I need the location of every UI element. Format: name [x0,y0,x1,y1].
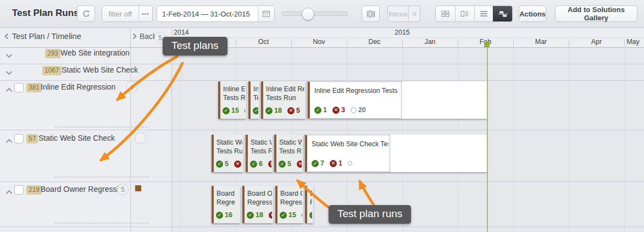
slider-track[interactable] [281,12,348,16]
month-label-nov: Nov [313,38,325,46]
run-card-name-line: Tests Rur [216,147,242,156]
timeline-zoom-slider[interactable] [281,9,348,18]
test-plan-id-badge: 381 [26,83,42,92]
card-type-stripe [246,135,248,172]
collapse-chevron-icon[interactable] [5,51,13,60]
run-card-name-line: Board O [280,189,302,198]
refresh-button[interactable] [77,5,95,22]
view-mode-group [435,5,513,22]
run-results: ✓15✕ [223,107,245,114]
month-grid-line [513,47,514,232]
run-results: ✓1✕320 [314,106,400,114]
run-results: ✓15✕ [280,211,302,219]
month-grid-line [624,47,625,232]
slider-handle[interactable] [302,8,314,20]
test-plan-run-card[interactable]: Static WeTests Rur✓5✕2 [212,135,243,172]
filter-toggle-button[interactable]: filter off [102,6,138,21]
result-fail: ✕2 [234,160,242,168]
row-resize-hint[interactable] [55,176,148,178]
test-plan-run-card[interactable]: Static WeTests Rur✓5✕1 [274,135,303,172]
test-plan-run-card[interactable]: BR✓ [305,186,313,223]
failed-icon: ✕ [268,161,271,168]
view-board-button[interactable] [436,6,455,21]
timeline-view-icon [498,10,508,18]
test-plan-checkbox[interactable] [14,185,24,195]
card-type-stripe [305,135,307,172]
test-plan-run-card[interactable]: Inline Edit RegrTests Run✓18✕51 [261,81,306,119]
collapse-columns-button[interactable] [362,5,380,22]
month-label-apr: Apr [591,38,602,46]
view-detail-button[interactable] [455,6,474,21]
date-range-input[interactable]: 1-Feb-2014 — 31-Oct-2015 [157,6,258,21]
run-card-name-line: Inline Edit Regr [266,85,304,93]
test-plan-title[interactable]: Static Web Site Check [38,134,115,142]
test-plan-run-card[interactable]: BoardRegre✓16 [212,186,240,223]
test-plan-title[interactable]: Web Site integration [60,48,130,57]
test-plan-run-card[interactable]: Inline Edit Regression Tests Run✓1✕320 [307,81,402,119]
expand-backlog-chevron-icon [132,33,137,40]
row-separator [0,130,644,130]
row-separator [0,80,644,81]
calendar-button[interactable] [258,6,274,21]
test-plan-title[interactable]: Board Owner Regression [41,185,127,194]
result-count: 20 [358,106,366,114]
failed-icon: ✕ [330,160,337,167]
test-plan-run-card[interactable]: Static Web Site Check Tests Run✓7✕1 [304,135,390,172]
test-plan-title[interactable]: Inline Edit Regression [41,82,115,91]
month-label-mar: Mar [535,38,547,46]
passed-icon: ✓ [216,161,223,168]
row-resize-hint[interactable] [55,223,148,224]
test-plan-checkbox[interactable] [14,83,24,92]
test-plan-run-card[interactable]: InlTe✓ [248,81,259,119]
run-card-name-line: Tests Rur [279,147,302,156]
run-card-name: InlTe [253,85,258,102]
result-pass: ✓15 [223,107,239,114]
card-type-stripe [261,81,263,119]
year-label-2014: 2014 [174,29,189,36]
filter-more-button[interactable]: ••• [138,6,152,21]
month-grid-line [180,47,181,232]
result-fail: ✕ [302,212,302,219]
columns-icon [366,10,375,18]
result-pass: ✓18 [265,107,282,114]
test-plan-title[interactable]: Static Web Site Check [62,65,138,74]
result-count: 5 [296,107,300,114]
test-plan-run-card[interactable]: Board OwRegressio✓18✕5 [242,186,273,223]
collapse-chevron-icon[interactable] [5,68,13,78]
row-resize-hint[interactable] [55,126,148,128]
test-plan-run-card[interactable]: Board ORegress✓15✕ [275,186,303,223]
result-pass: ✓15 [280,211,296,219]
test-plan-id-badge: 293 [45,49,60,58]
view-timeline-button[interactable] [493,6,512,21]
row-separator [0,181,644,182]
focus-close-button[interactable]: ✕ [408,6,420,21]
month-grid-line [569,47,569,232]
backlog-item-marker[interactable] [135,185,141,191]
result-pass: ✓5 [279,160,291,168]
backlog-divider[interactable] [171,27,172,232]
test-plans-annotation: Test plans [163,37,227,56]
run-card-name-line: Static Web Site Check Tests Run [312,140,388,148]
left-panel-header[interactable]: Test Plan / Timeline [4,32,81,41]
panel-divider[interactable] [130,27,131,232]
failed-icon: ✕ [302,212,302,219]
card-type-stripe [242,186,245,223]
test-plan-checkbox[interactable] [14,134,24,143]
view-list-button[interactable] [474,6,493,21]
expand-chevron-icon[interactable] [5,85,13,95]
passed-icon: ✓ [279,161,286,168]
run-count-badge [135,132,146,144]
card-type-stripe [305,186,307,223]
focus-button[interactable]: focus [388,6,408,21]
expand-chevron-icon[interactable] [5,187,13,197]
passed-icon: ✓ [314,107,321,114]
run-card-name: Static WeTests Rur [216,138,242,156]
card-type-stripe [212,135,214,172]
add-to-solutions-gallery-button[interactable]: Add to Solutions Gallery [555,5,637,22]
month-tick [569,40,569,47]
month-tick [402,40,403,47]
test-plan-run-card[interactable]: Static WTests Ru✓6✕ [246,135,273,172]
actions-button[interactable]: Actions [519,5,546,22]
expand-chevron-icon[interactable] [5,136,13,146]
test-plan-run-card[interactable]: Inline EdTests Ru✓15✕ [218,81,246,119]
